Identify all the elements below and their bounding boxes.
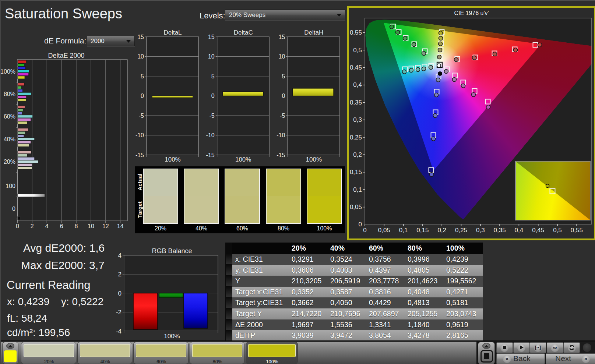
- svg-text:100%: 100%: [306, 156, 322, 163]
- svg-text:4: 4: [45, 223, 49, 229]
- svg-text:0,4: 0,4: [515, 227, 524, 234]
- svg-text:0,45: 0,45: [350, 64, 362, 71]
- svg-text:15: 15: [137, 34, 144, 40]
- svg-text:0: 0: [118, 290, 122, 297]
- svg-text:60%: 60%: [4, 113, 15, 120]
- svg-text:5: 5: [211, 73, 215, 79]
- svg-text:0,4: 0,4: [353, 81, 362, 88]
- svg-text:0,35: 0,35: [350, 99, 362, 106]
- svg-text:-10: -10: [135, 132, 144, 138]
- svg-text:0,3: 0,3: [353, 116, 362, 123]
- svg-text:0,25: 0,25: [350, 134, 362, 141]
- svg-text:-4: -4: [116, 328, 122, 335]
- svg-text:100: 100: [6, 183, 15, 189]
- svg-text:0: 0: [363, 227, 366, 234]
- svg-text:-5: -5: [139, 113, 144, 119]
- svg-text:2: 2: [118, 271, 122, 278]
- svg-text:0,55: 0,55: [571, 227, 583, 234]
- svg-text:6: 6: [60, 223, 63, 229]
- svg-text:5: 5: [141, 73, 144, 79]
- svg-text:0,3: 0,3: [476, 227, 485, 234]
- svg-text:0: 0: [359, 221, 362, 228]
- svg-text:DeltaL: DeltaL: [163, 29, 182, 36]
- svg-text:0: 0: [16, 223, 19, 229]
- svg-text:-5: -5: [280, 113, 285, 119]
- svg-text:100%: 100%: [235, 156, 251, 163]
- svg-text:-10: -10: [206, 132, 215, 138]
- svg-text:10: 10: [137, 53, 144, 60]
- svg-text:10: 10: [88, 223, 94, 229]
- svg-text:0,05: 0,05: [350, 204, 362, 211]
- svg-text:-15: -15: [277, 152, 285, 158]
- svg-text:DeltaE 2000: DeltaE 2000: [48, 52, 84, 59]
- svg-text:-2: -2: [116, 309, 122, 316]
- svg-text:DeltaH: DeltaH: [304, 29, 323, 36]
- svg-text:0: 0: [211, 93, 215, 99]
- svg-text:0,35: 0,35: [494, 227, 506, 234]
- svg-text:20%: 20%: [4, 159, 15, 165]
- svg-text:0,5: 0,5: [553, 227, 562, 234]
- svg-text:0,1: 0,1: [353, 186, 362, 193]
- svg-text:4: 4: [118, 252, 122, 259]
- svg-text:0,5: 0,5: [353, 47, 362, 54]
- svg-text:14: 14: [117, 223, 124, 229]
- svg-text:100%: 100%: [165, 156, 180, 163]
- svg-text:-15: -15: [206, 152, 215, 158]
- svg-text:-15: -15: [135, 152, 144, 158]
- svg-text:15: 15: [208, 34, 215, 40]
- svg-text:5: 5: [282, 73, 285, 79]
- svg-text:0,1: 0,1: [399, 227, 408, 234]
- svg-text:0: 0: [282, 93, 285, 99]
- svg-text:0: 0: [141, 93, 144, 99]
- svg-text:-5: -5: [209, 113, 214, 119]
- svg-text:10: 10: [208, 53, 215, 60]
- svg-text:0,2: 0,2: [353, 151, 362, 158]
- svg-text:100%: 100%: [0, 68, 15, 75]
- svg-text:100%: 100%: [164, 333, 180, 340]
- svg-text:0: 0: [12, 206, 15, 212]
- svg-text:80%: 80%: [4, 91, 15, 97]
- svg-text:0,25: 0,25: [455, 227, 467, 234]
- svg-text:0,15: 0,15: [350, 169, 362, 176]
- svg-text:0,2: 0,2: [437, 227, 446, 234]
- svg-text:10: 10: [279, 53, 285, 60]
- svg-text:0,05: 0,05: [378, 227, 390, 234]
- svg-text:12: 12: [102, 223, 109, 229]
- svg-text:-10: -10: [277, 132, 285, 138]
- svg-text:0,55: 0,55: [350, 29, 362, 36]
- svg-text:2: 2: [31, 223, 34, 229]
- svg-text:15: 15: [279, 34, 285, 40]
- svg-text:DeltaC: DeltaC: [234, 29, 253, 36]
- svg-text:40%: 40%: [4, 136, 15, 142]
- svg-text:0,15: 0,15: [416, 227, 429, 234]
- svg-text:8: 8: [75, 223, 78, 229]
- svg-text:0,45: 0,45: [532, 227, 544, 234]
- svg-text:RGB Balance: RGB Balance: [152, 247, 192, 255]
